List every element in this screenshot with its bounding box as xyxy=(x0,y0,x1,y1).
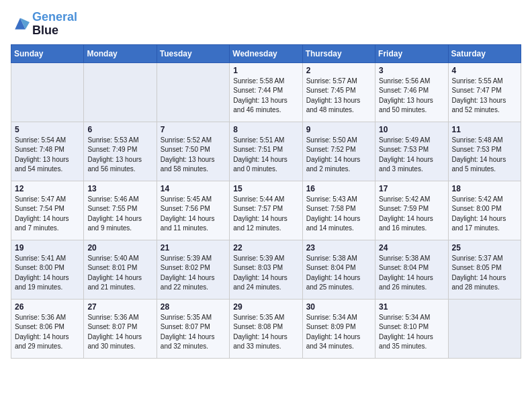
calendar-cell: 19Sunrise: 5:41 AMSunset: 8:00 PMDayligh… xyxy=(11,240,84,299)
day-number: 1 xyxy=(233,66,298,75)
calendar-cell xyxy=(11,62,84,122)
cell-info: Sunrise: 5:48 AMSunset: 7:53 PMDaylight:… xyxy=(452,136,517,175)
calendar-cell: 23Sunrise: 5:38 AMSunset: 8:04 PMDayligh… xyxy=(302,240,375,299)
cell-info: Sunrise: 5:50 AMSunset: 7:52 PMDaylight:… xyxy=(306,136,371,175)
calendar-cell: 13Sunrise: 5:46 AMSunset: 7:55 PMDayligh… xyxy=(84,181,157,240)
weekday-header: Wednesday xyxy=(230,44,302,62)
calendar-cell: 4Sunrise: 5:55 AMSunset: 7:47 PMDaylight… xyxy=(448,62,521,122)
day-number: 8 xyxy=(233,125,298,134)
day-number: 31 xyxy=(379,302,444,312)
day-number: 25 xyxy=(452,243,517,253)
day-number: 19 xyxy=(15,243,80,253)
calendar-cell: 28Sunrise: 5:35 AMSunset: 8:07 PMDayligh… xyxy=(157,299,229,358)
cell-info: Sunrise: 5:36 AMSunset: 8:06 PMDaylight:… xyxy=(15,313,80,352)
cell-info: Sunrise: 5:43 AMSunset: 7:58 PMDaylight:… xyxy=(306,195,371,234)
weekday-header: Tuesday xyxy=(157,44,229,62)
cell-info: Sunrise: 5:34 AMSunset: 8:09 PMDaylight:… xyxy=(306,313,371,352)
day-number: 27 xyxy=(87,302,152,312)
day-number: 22 xyxy=(233,243,298,253)
day-number: 10 xyxy=(379,125,444,134)
day-number: 18 xyxy=(452,184,517,193)
day-number: 11 xyxy=(452,125,517,134)
weekday-header: Sunday xyxy=(11,44,84,62)
calendar-cell: 20Sunrise: 5:40 AMSunset: 8:01 PMDayligh… xyxy=(84,240,157,299)
day-number: 28 xyxy=(161,302,226,312)
day-number: 29 xyxy=(233,302,298,312)
cell-info: Sunrise: 5:39 AMSunset: 8:02 PMDaylight:… xyxy=(161,254,226,293)
cell-info: Sunrise: 5:46 AMSunset: 7:55 PMDaylight:… xyxy=(87,195,152,234)
calendar-week-row: 12Sunrise: 5:47 AMSunset: 7:54 PMDayligh… xyxy=(11,181,521,240)
logo: General Blue xyxy=(11,11,77,38)
weekday-header: Thursday xyxy=(302,44,375,62)
cell-info: Sunrise: 5:42 AMSunset: 8:00 PMDaylight:… xyxy=(452,195,517,234)
day-number: 23 xyxy=(306,243,371,253)
weekday-header: Friday xyxy=(375,44,448,62)
calendar-cell: 2Sunrise: 5:57 AMSunset: 7:45 PMDaylight… xyxy=(302,62,375,122)
cell-info: Sunrise: 5:58 AMSunset: 7:44 PMDaylight:… xyxy=(233,77,298,116)
cell-info: Sunrise: 5:49 AMSunset: 7:53 PMDaylight:… xyxy=(379,136,444,175)
calendar-cell: 18Sunrise: 5:42 AMSunset: 8:00 PMDayligh… xyxy=(448,181,521,240)
calendar-cell: 12Sunrise: 5:47 AMSunset: 7:54 PMDayligh… xyxy=(11,181,84,240)
cell-info: Sunrise: 5:45 AMSunset: 7:56 PMDaylight:… xyxy=(161,195,226,234)
day-number: 21 xyxy=(161,243,226,253)
calendar-header: SundayMondayTuesdayWednesdayThursdayFrid… xyxy=(11,44,521,62)
calendar-cell xyxy=(84,62,157,122)
cell-info: Sunrise: 5:41 AMSunset: 8:00 PMDaylight:… xyxy=(15,254,80,293)
day-number: 30 xyxy=(306,302,371,312)
calendar-cell xyxy=(157,62,229,122)
calendar-cell: 14Sunrise: 5:45 AMSunset: 7:56 PMDayligh… xyxy=(157,181,229,240)
calendar-cell: 3Sunrise: 5:56 AMSunset: 7:46 PMDaylight… xyxy=(375,62,448,122)
cell-info: Sunrise: 5:56 AMSunset: 7:46 PMDaylight:… xyxy=(379,77,444,116)
calendar-cell: 9Sunrise: 5:50 AMSunset: 7:52 PMDaylight… xyxy=(302,122,375,181)
calendar-table: SundayMondayTuesdayWednesdayThursdayFrid… xyxy=(11,44,521,359)
calendar-week-row: 26Sunrise: 5:36 AMSunset: 8:06 PMDayligh… xyxy=(11,299,521,358)
calendar-cell: 7Sunrise: 5:52 AMSunset: 7:50 PMDaylight… xyxy=(157,122,229,181)
cell-info: Sunrise: 5:38 AMSunset: 8:04 PMDaylight:… xyxy=(306,254,371,293)
calendar-cell: 30Sunrise: 5:34 AMSunset: 8:09 PMDayligh… xyxy=(302,299,375,358)
logo-icon xyxy=(11,15,30,34)
day-number: 24 xyxy=(379,243,444,253)
day-number: 7 xyxy=(161,125,226,134)
cell-info: Sunrise: 5:36 AMSunset: 8:07 PMDaylight:… xyxy=(87,313,152,352)
day-number: 17 xyxy=(379,184,444,193)
calendar-cell: 5Sunrise: 5:54 AMSunset: 7:48 PMDaylight… xyxy=(11,122,84,181)
logo-text: General Blue xyxy=(32,11,77,38)
day-number: 14 xyxy=(161,184,226,193)
cell-info: Sunrise: 5:39 AMSunset: 8:03 PMDaylight:… xyxy=(233,254,298,293)
cell-info: Sunrise: 5:52 AMSunset: 7:50 PMDaylight:… xyxy=(161,136,226,175)
weekday-header: Saturday xyxy=(448,44,521,62)
page-header: General Blue xyxy=(11,11,521,38)
day-number: 4 xyxy=(452,66,517,75)
calendar-week-row: 19Sunrise: 5:41 AMSunset: 8:00 PMDayligh… xyxy=(11,240,521,299)
calendar-cell: 1Sunrise: 5:58 AMSunset: 7:44 PMDaylight… xyxy=(230,62,302,122)
cell-info: Sunrise: 5:37 AMSunset: 8:05 PMDaylight:… xyxy=(452,254,517,293)
day-number: 26 xyxy=(15,302,80,312)
day-number: 20 xyxy=(87,243,152,253)
calendar-cell: 10Sunrise: 5:49 AMSunset: 7:53 PMDayligh… xyxy=(375,122,448,181)
calendar-cell: 29Sunrise: 5:35 AMSunset: 8:08 PMDayligh… xyxy=(230,299,302,358)
day-number: 6 xyxy=(87,125,152,134)
calendar-cell xyxy=(448,299,521,358)
cell-info: Sunrise: 5:53 AMSunset: 7:49 PMDaylight:… xyxy=(87,136,152,175)
calendar-cell: 26Sunrise: 5:36 AMSunset: 8:06 PMDayligh… xyxy=(11,299,84,358)
calendar-cell: 15Sunrise: 5:44 AMSunset: 7:57 PMDayligh… xyxy=(230,181,302,240)
day-number: 3 xyxy=(379,66,444,75)
cell-info: Sunrise: 5:40 AMSunset: 8:01 PMDaylight:… xyxy=(87,254,152,293)
calendar-cell: 31Sunrise: 5:34 AMSunset: 8:10 PMDayligh… xyxy=(375,299,448,358)
calendar-cell: 24Sunrise: 5:38 AMSunset: 8:04 PMDayligh… xyxy=(375,240,448,299)
cell-info: Sunrise: 5:34 AMSunset: 8:10 PMDaylight:… xyxy=(379,313,444,352)
calendar-cell: 16Sunrise: 5:43 AMSunset: 7:58 PMDayligh… xyxy=(302,181,375,240)
day-number: 13 xyxy=(87,184,152,193)
cell-info: Sunrise: 5:51 AMSunset: 7:51 PMDaylight:… xyxy=(233,136,298,175)
calendar-week-row: 5Sunrise: 5:54 AMSunset: 7:48 PMDaylight… xyxy=(11,122,521,181)
day-number: 12 xyxy=(15,184,80,193)
cell-info: Sunrise: 5:54 AMSunset: 7:48 PMDaylight:… xyxy=(15,136,80,175)
calendar-cell: 22Sunrise: 5:39 AMSunset: 8:03 PMDayligh… xyxy=(230,240,302,299)
calendar-cell: 17Sunrise: 5:42 AMSunset: 7:59 PMDayligh… xyxy=(375,181,448,240)
cell-info: Sunrise: 5:47 AMSunset: 7:54 PMDaylight:… xyxy=(15,195,80,234)
cell-info: Sunrise: 5:35 AMSunset: 8:07 PMDaylight:… xyxy=(161,313,226,352)
day-number: 15 xyxy=(233,184,298,193)
calendar-cell: 6Sunrise: 5:53 AMSunset: 7:49 PMDaylight… xyxy=(84,122,157,181)
day-number: 16 xyxy=(306,184,371,193)
cell-info: Sunrise: 5:38 AMSunset: 8:04 PMDaylight:… xyxy=(379,254,444,293)
